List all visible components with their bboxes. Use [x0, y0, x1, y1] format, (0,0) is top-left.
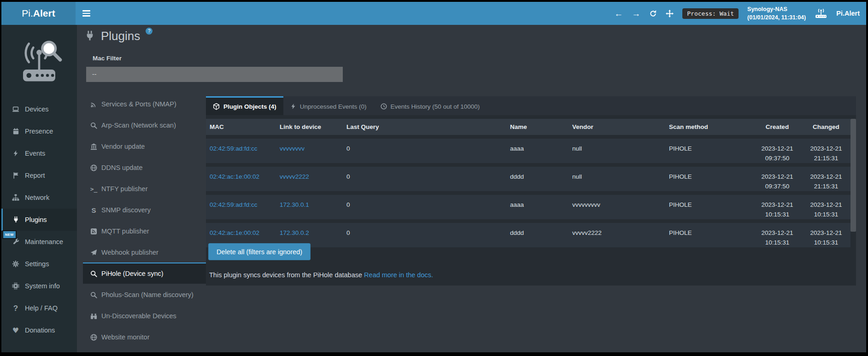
table-row: 02:42:59:ad:fd:ccvvvvvvvv0aaaanullPIHOLE…	[206, 139, 850, 163]
scan-method-cell: PIHOLE	[665, 139, 753, 163]
search-icon	[90, 270, 98, 277]
brand-logo[interactable]: Pi.Alert	[1, 2, 76, 25]
mac-cell: 02:42:59:ad:fd:cc	[206, 139, 276, 163]
tab-content: MAC Link to device Last Query Name Vendo…	[206, 115, 856, 286]
table-header-row: MAC Link to device Last Query Name Vendo…	[206, 119, 850, 135]
tab-events-history[interactable]: Events History (50 out of 10000)	[374, 96, 487, 115]
plugin-objects-table: MAC Link to device Last Query Name Vendo…	[206, 115, 850, 251]
page-title: Plugins ?	[84, 27, 152, 45]
device-link[interactable]: vvvvvvvv	[280, 145, 305, 152]
sidebar-item-report[interactable]: Report	[1, 164, 77, 187]
mac-filter-input[interactable]: --	[86, 67, 343, 82]
last-query-cell: 0	[343, 195, 506, 219]
gear-icon	[12, 260, 20, 268]
brand-text-pi: Pi.	[22, 8, 33, 19]
delete-all-button[interactable]: Delete all (filters are ignored)	[208, 243, 311, 260]
sidebar-item-plugins[interactable]: Plugins	[1, 209, 77, 231]
plugin-description: This plugin syncs devices from the PiHol…	[209, 271, 433, 279]
sidebar-item-system-info[interactable]: System info	[1, 275, 77, 297]
binoculars-icon	[90, 313, 98, 320]
column-header-link: Link to device	[276, 119, 343, 135]
mac-link[interactable]: 02:42:59:ad:fd:cc	[210, 145, 258, 152]
created-cell: 2023-12-2110:15:31	[753, 195, 802, 219]
main-content: Plugins ? Mac Filter -- Services & Ports…	[77, 25, 866, 352]
heart-icon: ♥	[12, 326, 20, 335]
forward-arrow-icon[interactable]: →	[632, 9, 640, 18]
snmp-icon: S	[90, 207, 98, 214]
brand-text-alert: Alert	[33, 8, 55, 19]
created-cell: 2023-12-2109:37:50	[753, 167, 802, 191]
bolt-icon	[12, 150, 20, 157]
mac-link[interactable]: 02:42:ac:1e:00:02	[210, 229, 259, 236]
plugin-item-mqtt-publisher[interactable]: MQTT publisher	[83, 220, 210, 241]
table-row: 02:42:59:ad:fd:cc172.30.0.10aaaavvvvvvvv…	[206, 195, 850, 219]
sidebar-item-donations[interactable]: ♥ Donations	[1, 319, 77, 341]
refresh-icon[interactable]	[649, 10, 657, 18]
move-icon[interactable]	[666, 10, 674, 18]
router-icon	[815, 8, 827, 18]
changed-cell: 2023-12-2110:15:31	[802, 223, 850, 247]
plug-icon	[84, 30, 95, 42]
sidebar-toggle-button[interactable]	[76, 2, 97, 25]
help-badge[interactable]: ?	[146, 28, 152, 35]
sidebar-item-events[interactable]: Events	[1, 142, 77, 164]
name-cell: aaaa	[506, 139, 569, 163]
plug-icon	[12, 216, 20, 223]
tab-plugin-objects[interactable]: Plugin Objects (4)	[206, 96, 283, 115]
tab-unprocessed-events[interactable]: Unprocessed Events (0)	[283, 96, 374, 115]
plugin-item-pihole-device-sync[interactable]: PiHole (Device sync)	[83, 263, 210, 284]
vendor-cell: vvvvvvvvv	[569, 195, 665, 219]
table-scrollbar[interactable]	[850, 119, 856, 232]
process-status-badge: Process: Wait	[682, 8, 739, 19]
device-link[interactable]: 172.30.0.2	[280, 229, 309, 236]
sidebar-item-presence[interactable]: Presence	[1, 120, 77, 142]
read-docs-link[interactable]: Read more in the docs.	[364, 271, 433, 279]
globe-icon	[90, 334, 98, 341]
calendar-icon	[12, 128, 20, 135]
app-window: Pi.Alert ← → Process: Wait Synology-NAS …	[1, 2, 866, 352]
mac-filter-label: Mac Filter	[93, 55, 122, 62]
plugin-item-pholus-scan[interactable]: Pholus-Scan (Name discovery)	[83, 284, 210, 305]
changed-cell: 2023-12-2121:15:31	[802, 139, 850, 163]
host-info: Synology-NAS (01/01/2024, 11:31:04)	[747, 5, 806, 22]
plugin-item-website-monitor[interactable]: Website monitor	[83, 326, 210, 347]
plugin-item-ntfy-publisher[interactable]: >_ NTFY publisher	[83, 178, 210, 199]
column-header-vendor: Vendor	[569, 119, 665, 135]
globe-icon	[90, 164, 98, 171]
created-cell: 2023-12-2110:15:31	[753, 223, 802, 247]
plugin-description-text: This plugin syncs devices from the PiHol…	[209, 271, 362, 279]
clock-icon	[381, 103, 387, 110]
column-header-mac: MAC	[206, 119, 276, 135]
topbar-right-cluster: ← → Process: Wait Synology-NAS (01/01/20…	[614, 2, 866, 25]
plugin-nav-list: Services & Ports (NMAP) Arp-Scan (Networ…	[83, 93, 210, 347]
pialert-logo	[1, 25, 77, 98]
host-name: Synology-NAS	[747, 5, 806, 13]
plugin-item-ddns-update[interactable]: DDNS update	[83, 157, 210, 178]
sidebar-item-devices[interactable]: Devices	[1, 98, 77, 120]
plugin-item-arp-scan[interactable]: Arp-Scan (Network scan)	[83, 114, 210, 135]
plugin-item-vendor-update[interactable]: Vendor update	[83, 135, 210, 157]
sidebar-item-settings[interactable]: Settings	[1, 253, 77, 275]
sidebar-menu: Devices Presence Events Report Network	[1, 98, 77, 341]
column-header-scan-method: Scan method	[665, 119, 753, 135]
sidebar-item-network[interactable]: Network	[1, 187, 77, 209]
plugin-item-undiscoverable-devices[interactable]: Un-Discoverable Devices	[83, 305, 210, 326]
sitemap-icon	[12, 194, 20, 201]
created-cell: 2023-12-2109:37:50	[753, 139, 802, 163]
table-row: 02:42:ac:1e:00:02vvvvv22220ddddnullPIHOL…	[206, 167, 850, 191]
flag-icon	[12, 172, 20, 179]
plugin-item-snmp-discovery[interactable]: S SNMP discovery	[83, 199, 210, 220]
plugin-item-webhook-publisher[interactable]: Webhook publisher	[83, 241, 210, 263]
plugin-item-services-ports[interactable]: Services & Ports (NMAP)	[83, 93, 210, 114]
mac-link[interactable]: 02:42:ac:1e:00:02	[210, 173, 259, 180]
mac-filter-value: --	[92, 70, 96, 78]
search-icon	[90, 292, 98, 298]
scan-method-cell: PIHOLE	[665, 195, 753, 219]
back-arrow-icon[interactable]: ←	[614, 9, 623, 18]
mac-link[interactable]: 02:42:59:ad:fd:cc	[210, 201, 258, 208]
tab-bar: Plugin Objects (4) Unprocessed Events (0…	[206, 96, 856, 115]
sidebar-item-help-faq[interactable]: ? Help / FAQ	[1, 297, 77, 319]
device-link[interactable]: 172.30.0.1	[280, 201, 309, 208]
device-link[interactable]: vvvvv2222	[280, 173, 309, 180]
bank-icon	[90, 143, 98, 150]
